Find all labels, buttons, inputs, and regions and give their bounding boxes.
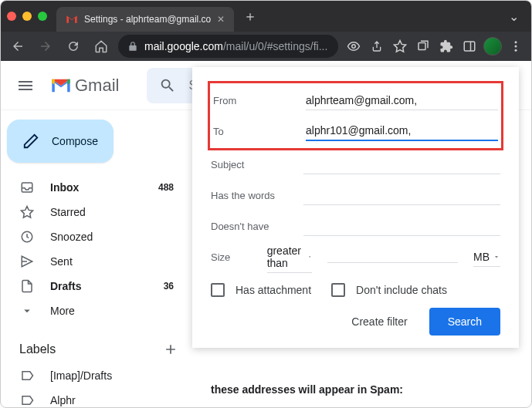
window-close-button[interactable] (7, 12, 16, 21)
lock-icon (127, 41, 138, 52)
labels-header: Labels (1, 336, 192, 363)
gmail-logo[interactable]: Gmail (50, 76, 119, 96)
label-name: Alphr (50, 394, 76, 406)
to-input[interactable] (306, 121, 498, 141)
size-unit-select[interactable]: MB (473, 248, 500, 267)
browser-tab-bar: Settings - alphrteam@gmail.co ✕ ＋ ⌄ (1, 1, 531, 32)
new-tab-button[interactable]: ＋ (243, 7, 257, 25)
sidebar-item-label: Snoozed (50, 231, 93, 243)
window-controls (7, 12, 47, 21)
sidebar-item-label: Inbox (50, 181, 79, 194)
to-label: To (213, 126, 290, 137)
svg-point-5 (515, 46, 517, 48)
share-icon[interactable] (368, 37, 386, 56)
sidebar-item-count: 36 (164, 281, 174, 292)
drafts-icon (19, 279, 35, 293)
has-words-input[interactable] (303, 186, 500, 205)
has-attachment-checkbox[interactable] (211, 283, 225, 297)
from-label: From (213, 95, 290, 106)
add-label-button[interactable] (163, 342, 178, 357)
window-minimize-button[interactable] (22, 12, 32, 21)
sidebar-item-label: Starred (50, 206, 86, 218)
subject-label: Subject (211, 159, 288, 170)
size-label: Size (211, 251, 252, 263)
label-icon (19, 369, 35, 383)
tab-overview-icon[interactable] (414, 37, 432, 56)
search-form-overlay: From To Subject Has the words Doesn't ha… (192, 67, 519, 348)
to-row: To (213, 116, 498, 147)
doesnt-have-label: Doesn't have (211, 221, 288, 232)
dont-include-chats-label: Don't include chats (356, 284, 447, 296)
from-row: From (213, 85, 498, 116)
chevron-down-icon (493, 253, 500, 261)
subject-row: Subject (211, 149, 500, 180)
nav-reload-button[interactable] (63, 35, 84, 57)
sidebar-item-label: More (50, 305, 75, 317)
size-row: Size greater than MB (211, 241, 500, 272)
compose-button[interactable]: Compose (7, 120, 114, 163)
nav-home-button[interactable] (90, 35, 112, 57)
more-icon (19, 304, 35, 318)
sidebar-item-inbox[interactable]: Inbox488 (1, 175, 183, 200)
sidebar-item-label: Sent (50, 255, 73, 268)
tab-title: Settings - alphrteam@gmail.co (84, 14, 211, 25)
has-words-row: Has the words (211, 180, 500, 211)
content-area: these addresses will appear in Spam: Fro… (192, 110, 531, 408)
sidebar-item-more[interactable]: More (1, 298, 183, 323)
doesnt-have-input[interactable] (303, 217, 500, 236)
sent-icon (19, 255, 35, 268)
url-text: mail.google.com/mail/u/0/#settings/fi... (144, 40, 327, 52)
browser-tab-active[interactable]: Settings - alphrteam@gmail.co ✕ (56, 7, 234, 32)
annotation-highlight: From To (208, 81, 503, 150)
side-panel-icon[interactable] (460, 37, 479, 56)
browser-toolbar: mail.google.com/mail/u/0/#settings/fi... (1, 32, 531, 61)
bookmark-star-icon[interactable] (391, 37, 409, 56)
size-operator-select[interactable]: greater than (267, 241, 312, 273)
label-item[interactable]: Alphr (1, 388, 183, 408)
create-filter-button[interactable]: Create filter (342, 309, 416, 334)
background-text: these addresses will appear in Spam: (211, 383, 403, 396)
eye-extension-icon[interactable] (344, 37, 363, 56)
svg-point-4 (515, 41, 517, 43)
nav-back-button[interactable] (7, 35, 29, 57)
has-words-label: Has the words (211, 190, 288, 201)
tab-close-icon[interactable]: ✕ (217, 14, 225, 25)
nav-forward-button[interactable] (35, 35, 56, 57)
sidebar: Compose Inbox488StarredSnoozedSentDrafts… (1, 110, 192, 408)
label-item[interactable]: [Imap]/Drafts (1, 363, 183, 388)
labels-title: Labels (19, 342, 56, 356)
profile-avatar[interactable] (483, 37, 502, 56)
sidebar-item-label: Drafts (50, 280, 81, 292)
snooze-icon (19, 230, 35, 244)
form-actions: Create filter Search (211, 308, 500, 336)
search-button[interactable]: Search (429, 308, 500, 336)
svg-point-6 (515, 49, 517, 52)
size-value-input[interactable] (327, 251, 458, 263)
inbox-icon (19, 180, 35, 194)
search-icon[interactable] (159, 77, 176, 94)
label-icon (19, 393, 35, 407)
svg-point-0 (352, 45, 356, 49)
sidebar-item-snoozed[interactable]: Snoozed (1, 224, 183, 249)
extensions-icon[interactable] (437, 37, 456, 56)
subject-input[interactable] (303, 155, 500, 174)
sidebar-item-sent[interactable]: Sent (1, 249, 183, 274)
tab-list-dropdown-icon[interactable]: ⌄ (503, 9, 525, 24)
sidebar-item-count: 488 (158, 182, 174, 193)
dont-include-chats-checkbox[interactable] (331, 283, 345, 297)
star-icon (19, 205, 35, 219)
browser-menu-icon[interactable] (507, 37, 525, 56)
compose-label: Compose (52, 135, 98, 147)
address-bar[interactable]: mail.google.com/mail/u/0/#settings/fi... (118, 35, 338, 58)
checkbox-row: Has attachment Don't include chats (211, 283, 500, 297)
sidebar-item-drafts[interactable]: Drafts36 (1, 274, 183, 298)
gmail-favicon-icon (66, 13, 78, 25)
has-attachment-label: Has attachment (236, 284, 311, 296)
main-menu-button[interactable] (10, 70, 41, 101)
svg-rect-2 (464, 42, 475, 51)
svg-rect-1 (418, 43, 425, 50)
sidebar-item-starred[interactable]: Starred (1, 200, 183, 224)
label-name: [Imap]/Drafts (50, 369, 112, 382)
from-input[interactable] (306, 91, 498, 110)
window-maximize-button[interactable] (38, 12, 47, 21)
